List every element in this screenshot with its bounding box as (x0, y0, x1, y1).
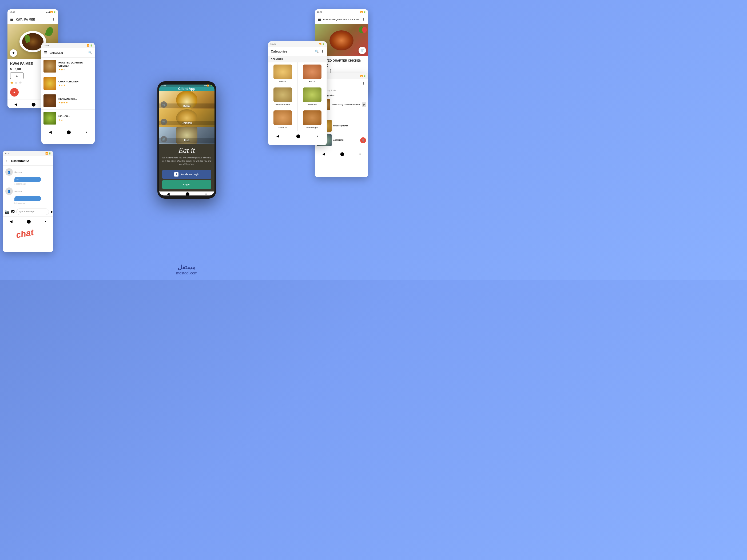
pasta-cat-img (274, 64, 292, 79)
chicken-cart-btn[interactable]: 🛒 (161, 119, 167, 125)
nav-back-chicken[interactable]: ◀ (49, 130, 52, 134)
nav-home-chat[interactable]: ⬤ (27, 219, 31, 223)
chat-input-field[interactable] (16, 209, 49, 215)
roasted-info: ROASTED QUARTERCHICKEN ★ ★ ★ (58, 61, 93, 71)
cat-pizza[interactable]: PIZZA (298, 62, 327, 85)
curry-stars: ★ ★ ★ (58, 84, 93, 87)
eat-it-tagline: No matter where you are: whether you are… (162, 156, 211, 166)
nav-home-kwai[interactable]: ⬤ (31, 102, 36, 106)
lb-status: 10:50 📶 🔋 (3, 151, 53, 156)
saleem-avatar-1: 👤 (5, 168, 13, 176)
chicken-title: CHICKEN (50, 51, 63, 54)
star-3: ★ (19, 81, 22, 85)
more-options-icon[interactable]: ⋮ (52, 17, 55, 22)
nav-recent-cat[interactable]: ▪ (317, 134, 318, 138)
curry-thumb (44, 77, 56, 90)
client-app-title: Client App (178, 87, 196, 91)
asam-add-cart-btn[interactable]: 🛒 (360, 137, 366, 143)
fish-cart-btn[interactable]: 🛒 (161, 136, 167, 142)
nav-home[interactable]: ⬤ (185, 192, 190, 195)
search-icon[interactable]: 🔍 (88, 51, 92, 54)
list-item-curry: CURRY CHICKEN ★ ★ ★ (41, 75, 95, 92)
pasta-cart-btn[interactable]: 🛒 (161, 101, 167, 108)
facebook-login-button[interactable]: f Facebook Login (162, 170, 211, 179)
herb-thumb (44, 112, 56, 125)
chat-user-row-2: 👤 Saleem (5, 187, 51, 195)
rendang-info: RENDANG CH... ★ ★ ★ ★ (58, 98, 93, 104)
cat-western[interactable]: TERN PS (268, 108, 298, 131)
send-icon[interactable]: ▶ (51, 210, 53, 214)
nav-recent[interactable]: ▪ (205, 192, 207, 195)
nav-back-cat[interactable]: ◀ (276, 134, 279, 138)
nav-home-chicken[interactable]: ⬤ (67, 130, 71, 134)
kwai-price-value: 6,00 (15, 67, 21, 71)
roasted-menu-icon[interactable]: ☰ (317, 17, 321, 22)
rendang-name: RENDANG CH... (58, 98, 93, 101)
login-button[interactable]: Log In (162, 180, 211, 189)
roasted-more-icon[interactable]: ⋮ (362, 17, 365, 22)
rendang-stars: ★ ★ ★ ★ (58, 101, 93, 104)
chicken-bottom-nav: ◀ ⬤ ▪ (41, 127, 95, 136)
sandwiches-cat-label: SANDWICHES (276, 103, 290, 106)
star-2: ★ (15, 81, 18, 85)
rendang-thumb (44, 95, 56, 107)
back-arrow-icon[interactable]: ← (5, 159, 9, 163)
more-icon-cat[interactable]: ⋮ (321, 50, 324, 53)
snacks-cat-img (303, 87, 321, 102)
watermark-url: mostaql.com (176, 271, 197, 275)
menu-icon[interactable]: ☰ (10, 17, 14, 22)
home-bottom-nav: ◀ ⬤ ▪ (315, 149, 368, 158)
left-mid-chicken-phone: 10:48 📶 🔋 ☰ CHICKEN 🔍 ROASTED QUARTERCHI… (41, 43, 95, 144)
record-button[interactable]: ⏺ (10, 88, 19, 97)
nav-recent-chat[interactable]: ▪ (45, 219, 46, 223)
nav-back-home[interactable]: ◀ (322, 152, 325, 156)
rt-icons: 📶 🔋 (360, 11, 366, 14)
rm-time: 10:43 (270, 43, 276, 45)
curry-info: CURRY CHICKEN ★ ★ ★ (58, 80, 93, 87)
kwai-quantity-box[interactable]: 1 (10, 73, 24, 79)
search-area: 🔍 (88, 51, 92, 54)
categories-grid: PASTA PIZZA SANDWICHES SNACKS TERN PS Ha… (268, 62, 327, 131)
pasta-food-block: pasta 🛒 (159, 91, 214, 109)
hamburger-cat-img (303, 110, 321, 125)
nav-home-cat[interactable]: ⬤ (296, 134, 301, 138)
cat-pasta[interactable]: PASTA (268, 62, 298, 85)
nav-recent-home[interactable]: ▪ (359, 152, 361, 156)
lt-icons: ▲◀ 📶 🔋 (46, 11, 56, 14)
chat-user-row-1: 👤 Saleem (5, 168, 51, 176)
pop-roasted-info: ROASTED QUARTER CHICKEN (332, 104, 360, 106)
size-indicator: ge (362, 102, 366, 107)
deal-info-2: ASAM FISH (333, 139, 359, 141)
nav-back-chat[interactable]: ◀ (9, 219, 12, 223)
roasted-thumb (44, 60, 56, 73)
nav-home-home[interactable]: ⬤ (340, 152, 344, 156)
delights-banner: DELIGHTS (268, 56, 327, 62)
left-bottom-chat-phone: 10:50 📶 🔋 ← Restaurant A 👤 Saleem Hi ...… (3, 151, 53, 252)
search-icon-cat[interactable]: 🔍 (315, 50, 319, 53)
pizza-cat-img (303, 64, 321, 79)
chat-bottom-nav: ◀ ⬤ ▪ (3, 216, 53, 226)
cat-hamburger[interactable]: Hamburger (298, 108, 327, 131)
deal-info-1: Roasted Quarter (333, 125, 366, 127)
chat-bubble-1: Hi .... (15, 177, 41, 182)
hamburger-cat-label: Hamburger (307, 126, 318, 129)
kwai-app-header: ☰ KWAI FA MEE ⋮ (7, 15, 58, 24)
nav-back[interactable]: ◀ (167, 192, 170, 195)
roasted-cart-btn[interactable]: 🛒 (359, 47, 366, 54)
pasta-label: pasta (159, 104, 214, 108)
lt-time: 10:48 (9, 11, 15, 14)
rt-status: 10:51 📶 🔋 (315, 9, 368, 15)
nav-recent-chicken[interactable]: ▪ (86, 130, 87, 134)
camera-icon[interactable]: 📷 (5, 210, 9, 214)
image-icon[interactable]: 🖼 (11, 210, 15, 214)
cat-sandwiches[interactable]: SANDWICHES (268, 85, 298, 108)
home-more-icon[interactable]: ⋮ (362, 81, 365, 86)
chicken-menu-icon[interactable]: ☰ (44, 51, 48, 55)
nav-back-kwai[interactable]: ◀ (15, 102, 17, 106)
facebook-icon: f (174, 172, 179, 177)
rb-icons: 📶 🔋 (360, 75, 366, 77)
favorite-button[interactable]: ★ (9, 49, 17, 57)
fish-food-block: Fish 🛒 (159, 127, 214, 144)
cat-snacks[interactable]: SNACKS (298, 85, 327, 108)
chat-group-2: 👤 Saleem ... In 0 seconds (5, 187, 51, 204)
